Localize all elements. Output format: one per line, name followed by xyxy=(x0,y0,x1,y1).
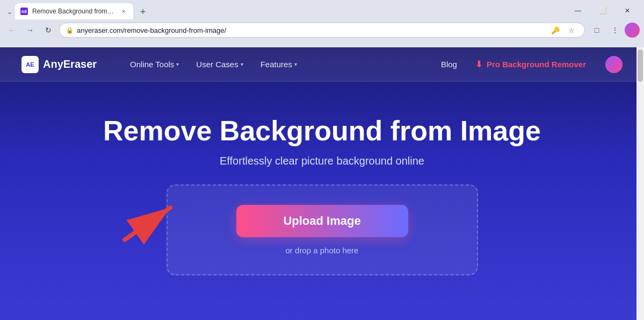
hero-subtitle: Effortlessly clear picture background on… xyxy=(220,155,424,167)
upload-area: Upload Image or drop a photo here xyxy=(167,184,478,275)
browser-chrome: ⌄ AE Remove Background from Ima… × + — ⬜… xyxy=(0,0,644,47)
nav-item-user-cases[interactable]: User Cases ▾ xyxy=(189,55,250,73)
scrollbar[interactable] xyxy=(636,47,644,320)
svg-line-1 xyxy=(125,208,170,240)
blog-link[interactable]: Blog xyxy=(433,55,465,73)
hero-section: Remove Background from Image Effortlessl… xyxy=(0,82,644,320)
back-button[interactable]: ← xyxy=(4,23,19,38)
online-tools-chevron: ▾ xyxy=(176,61,179,67)
user-cases-label: User Cases xyxy=(196,60,238,69)
online-tools-label: Online Tools xyxy=(130,60,174,69)
window-controls: — ⬜ ✕ xyxy=(566,2,640,19)
pro-background-remover-btn[interactable]: ⬇ Pro Background Remover xyxy=(467,55,595,74)
minimize-button[interactable]: — xyxy=(566,2,590,19)
tab-favicon: AE xyxy=(20,8,28,15)
red-arrow-svg xyxy=(119,197,184,245)
scrollbar-thumb[interactable] xyxy=(638,49,643,82)
pro-label: Pro Background Remover xyxy=(487,60,586,69)
key-icon[interactable]: 🔑 xyxy=(549,24,562,37)
arrow-indicator xyxy=(119,197,184,247)
tab-close-btn[interactable]: × xyxy=(119,7,128,16)
url-text: anyeraser.com/remove-background-from-ima… xyxy=(77,26,546,34)
active-tab[interactable]: AE Remove Background from Ima… × xyxy=(15,3,133,19)
maximize-button[interactable]: ⬜ xyxy=(590,2,615,19)
extensions-btn[interactable]: □ xyxy=(588,22,605,39)
refresh-button[interactable]: ↻ xyxy=(41,23,56,38)
bookmark-icon[interactable]: ☆ xyxy=(565,24,578,37)
secure-icon: 🔒 xyxy=(66,27,74,34)
logo-box: AE xyxy=(21,56,39,73)
menu-btn[interactable]: ⋮ xyxy=(606,22,624,39)
address-actions: 🔑 ☆ xyxy=(549,24,578,37)
user-avatar[interactable] xyxy=(605,56,623,73)
address-bar[interactable]: 🔒 anyeraser.com/remove-background-from-i… xyxy=(59,23,585,38)
upload-image-button[interactable]: Upload Image xyxy=(236,205,408,237)
close-window-button[interactable]: ✕ xyxy=(615,2,640,19)
address-bar-row: ← → ↻ 🔒 anyeraser.com/remove-background-… xyxy=(0,19,644,41)
new-tab-button[interactable]: + xyxy=(135,4,150,19)
drop-text: or drop a photo here xyxy=(286,246,359,255)
user-cases-chevron: ▾ xyxy=(241,61,243,67)
website: AE AnyEraser Online Tools ▾ User Cases ▾… xyxy=(0,47,644,320)
hero-title: Remove Background from Image xyxy=(103,116,541,146)
brand-name: AnyEraser xyxy=(43,58,97,70)
profile-button[interactable] xyxy=(625,23,640,38)
forward-button[interactable]: → xyxy=(23,23,38,38)
page-wrapper: ⌄ AE Remove Background from Ima… × + — ⬜… xyxy=(0,0,644,320)
tab-bar: ⌄ AE Remove Background from Ima… × + — ⬜… xyxy=(0,0,644,19)
nav-links: Online Tools ▾ User Cases ▾ Features ▾ B… xyxy=(122,55,623,74)
tab-dropdown-btn[interactable]: ⌄ xyxy=(4,4,15,19)
nav-item-features[interactable]: Features ▾ xyxy=(253,55,305,73)
navbar: AE AnyEraser Online Tools ▾ User Cases ▾… xyxy=(0,47,644,82)
browser-right-buttons: □ ⋮ xyxy=(588,22,640,39)
features-chevron: ▾ xyxy=(294,61,297,67)
logo-area[interactable]: AE AnyEraser xyxy=(21,56,97,73)
download-icon: ⬇ xyxy=(475,59,482,69)
features-label: Features xyxy=(261,60,292,69)
nav-item-online-tools[interactable]: Online Tools ▾ xyxy=(122,55,186,73)
tab-title: Remove Background from Ima… xyxy=(32,8,115,15)
